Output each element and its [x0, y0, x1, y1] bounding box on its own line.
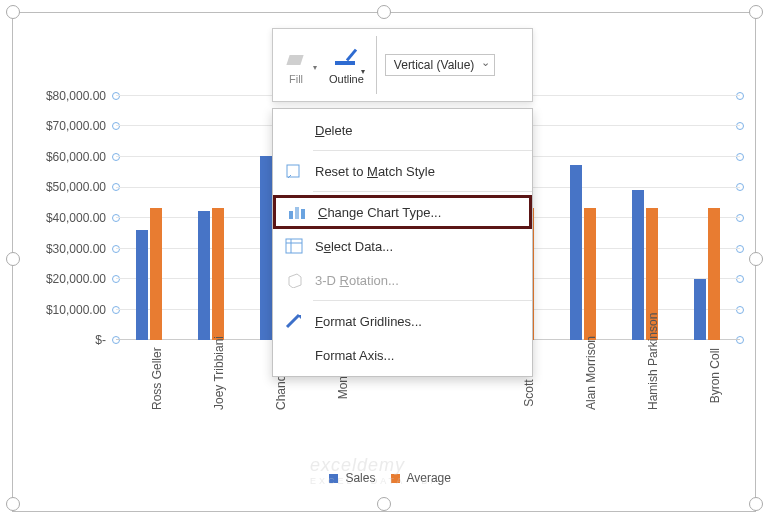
legend-swatch-sales — [329, 474, 338, 483]
bar-sales[interactable] — [260, 156, 272, 340]
menu-delete[interactable]: Delete — [273, 113, 532, 147]
axis-selector-dropdown[interactable]: Vertical (Value) — [385, 54, 495, 76]
svg-rect-0 — [287, 165, 299, 177]
selection-handle[interactable] — [749, 5, 763, 19]
select-data-icon — [283, 236, 305, 256]
legend-label-sales: Sales — [345, 471, 375, 485]
bar-sales[interactable] — [136, 230, 148, 340]
svg-rect-1 — [289, 211, 293, 219]
selection-handle[interactable] — [6, 252, 20, 266]
x-tick: Joey Tribbiani — [212, 348, 226, 410]
selection-handle[interactable] — [6, 497, 20, 511]
selection-handle[interactable] — [6, 5, 20, 19]
menu-reset-match-style[interactable]: Reset to Match Style — [273, 154, 532, 188]
x-tick: Hamish Parkinson — [646, 348, 660, 410]
y-tick: $80,000.00 — [28, 89, 106, 103]
bar-average[interactable] — [212, 208, 224, 340]
bar-sales[interactable] — [570, 165, 582, 340]
bar-average[interactable] — [584, 208, 596, 340]
selection-handle[interactable] — [377, 5, 391, 19]
y-tick: $50,000.00 — [28, 180, 106, 194]
bar-sales[interactable] — [198, 211, 210, 340]
bar-average[interactable] — [708, 208, 720, 340]
y-tick: $20,000.00 — [28, 272, 106, 286]
menu-format-gridlines[interactable]: Format Gridlines... — [273, 304, 532, 338]
outline-pen-icon: ▾ — [333, 45, 359, 71]
bar-sales[interactable] — [632, 190, 644, 340]
selection-handle[interactable] — [749, 497, 763, 511]
y-tick: $60,000.00 — [28, 150, 106, 164]
toolbar-divider — [376, 36, 377, 94]
blank-icon — [283, 120, 305, 140]
reset-style-icon — [283, 161, 305, 181]
legend-label-average: Average — [406, 471, 450, 485]
y-axis[interactable]: $80,000.00 $70,000.00 $60,000.00 $50,000… — [28, 95, 106, 340]
bar-sales[interactable] — [694, 279, 706, 340]
axis-selector-value: Vertical (Value) — [394, 58, 474, 72]
format-gridlines-icon — [283, 311, 305, 331]
bar-average[interactable] — [150, 208, 162, 340]
svg-rect-2 — [295, 207, 299, 219]
y-tick: $- — [28, 333, 106, 347]
cube-icon — [283, 270, 305, 290]
svg-marker-7 — [289, 274, 301, 288]
menu-change-chart-type[interactable]: Change Chart Type... — [273, 195, 532, 229]
chart-legend[interactable]: Sales Average — [28, 471, 740, 485]
x-tick: Byron Coll — [708, 348, 722, 410]
y-tick: $70,000.00 — [28, 119, 106, 133]
svg-rect-4 — [286, 239, 302, 253]
outline-label: Outline — [329, 73, 364, 85]
mini-toolbar: Fill ▾ Outline Vertical (Value) — [272, 28, 533, 102]
menu-format-axis[interactable]: Format Axis... — [273, 338, 532, 372]
chart-type-icon — [286, 202, 308, 222]
selection-handle[interactable] — [749, 252, 763, 266]
menu-label: Format Axis... — [315, 348, 394, 363]
menu-select-data[interactable]: Select Data... — [273, 229, 532, 263]
svg-rect-3 — [301, 209, 305, 219]
fill-label: Fill — [289, 73, 303, 85]
fill-button[interactable]: Fill — [273, 39, 319, 91]
x-tick: Alan Morrison — [584, 348, 598, 410]
x-tick: Ross Geller — [150, 348, 164, 410]
fill-bucket-icon — [283, 45, 309, 71]
blank-icon — [283, 345, 305, 365]
y-tick: $10,000.00 — [28, 303, 106, 317]
y-tick: $30,000.00 — [28, 242, 106, 256]
selection-handle[interactable] — [377, 497, 391, 511]
context-menu: Delete Reset to Match Style Change Chart… — [272, 108, 533, 377]
legend-swatch-average — [391, 474, 400, 483]
outline-button[interactable]: ▾ Outline — [319, 39, 374, 91]
menu-3d-rotation: 3-D Rotation... — [273, 263, 532, 297]
y-tick: $40,000.00 — [28, 211, 106, 225]
